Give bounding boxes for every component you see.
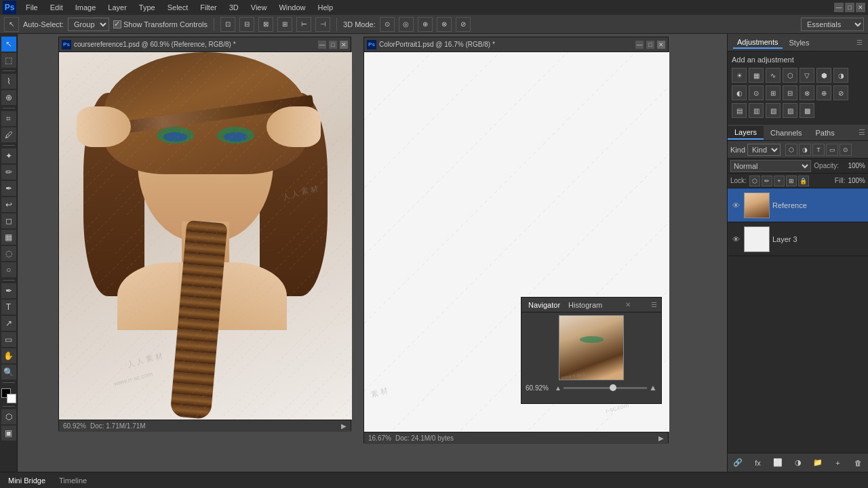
eraser-tool-button[interactable]: ◻ bbox=[1, 214, 16, 228]
3d-mode-icon-3[interactable]: ⊕ bbox=[418, 17, 433, 32]
layer-item-reference[interactable]: 👁 Reference bbox=[728, 188, 868, 222]
navigator-tab[interactable]: Navigator bbox=[526, 300, 563, 310]
menu-image[interactable]: Image bbox=[70, 2, 102, 13]
adj-gradient-map-icon[interactable]: ▤ bbox=[732, 103, 747, 118]
layer-eye-reference[interactable]: 👁 bbox=[730, 200, 741, 211]
delete-layer-icon[interactable]: 🗑 bbox=[852, 457, 864, 469]
layers-menu-icon[interactable]: ☰ bbox=[856, 128, 868, 137]
filter-type-icon[interactable]: T bbox=[812, 144, 825, 156]
dodge-tool-button[interactable]: ○ bbox=[1, 262, 16, 277]
layers-tab[interactable]: Layers bbox=[728, 126, 764, 140]
adj-color-lookup-icon[interactable]: ⊟ bbox=[783, 85, 797, 100]
add-fx-icon[interactable]: fx bbox=[752, 457, 764, 469]
align-hcenter-icon[interactable]: ⊢ bbox=[296, 17, 311, 32]
navigator-menu-icon[interactable]: ☰ bbox=[651, 301, 657, 308]
align-left-icon[interactable]: ⊞ bbox=[277, 17, 292, 32]
adj-selective-color-icon[interactable]: ▥ bbox=[749, 103, 764, 118]
lasso-tool-button[interactable]: ⌇ bbox=[1, 74, 16, 89]
layer-eye-3[interactable]: 👁 bbox=[730, 234, 741, 245]
menu-edit[interactable]: Edit bbox=[45, 2, 68, 13]
menu-type[interactable]: Type bbox=[134, 2, 161, 13]
nav-zoom-thumb[interactable] bbox=[610, 384, 616, 391]
styles-tab[interactable]: Styles bbox=[785, 37, 814, 48]
navigator-close-icon[interactable]: ✕ bbox=[625, 301, 631, 308]
link-layers-icon[interactable]: 🔗 bbox=[732, 457, 744, 469]
crop-tool-button[interactable]: ⌗ bbox=[1, 111, 16, 126]
histogram-tab[interactable]: Histogram bbox=[566, 300, 605, 310]
workspace-dropdown[interactable]: Essentials Photography Painting bbox=[801, 18, 864, 31]
quick-select-button[interactable]: ⊕ bbox=[1, 90, 16, 105]
menu-filter[interactable]: Filter bbox=[195, 2, 222, 13]
adj-match-icon[interactable]: ▩ bbox=[800, 103, 814, 118]
quick-mask-button[interactable]: ⬡ bbox=[1, 409, 16, 424]
gradient-tool-button[interactable]: ▦ bbox=[1, 230, 16, 245]
transform-controls-checkbox[interactable]: ✓ bbox=[113, 20, 121, 28]
app-close-button[interactable]: ✕ bbox=[856, 3, 865, 12]
adj-channel-mixer-icon[interactable]: ⊞ bbox=[766, 85, 781, 100]
menu-3d[interactable]: 3D bbox=[224, 2, 244, 13]
adj-hsl-icon[interactable]: ⬢ bbox=[816, 68, 831, 83]
marquee-tool-button[interactable]: ⬚ bbox=[1, 53, 16, 68]
menu-window[interactable]: Window bbox=[273, 2, 311, 13]
doc1-canvas[interactable]: 人 人 素 材 www.rr-sc.com 人 人 素 材 bbox=[59, 52, 352, 420]
shape-tool-button[interactable]: ▭ bbox=[1, 332, 16, 347]
adj-curves-icon[interactable]: ∿ bbox=[766, 68, 781, 83]
auto-select-dropdown[interactable]: Group Layer bbox=[68, 18, 109, 31]
history-brush-button[interactable]: ↩ bbox=[1, 197, 16, 212]
pen-tool-button[interactable]: ✒ bbox=[1, 283, 16, 298]
3d-mode-icon-5[interactable]: ⊘ bbox=[456, 17, 471, 32]
kind-dropdown[interactable]: Kind bbox=[747, 144, 781, 156]
add-group-icon[interactable]: 📁 bbox=[812, 457, 824, 469]
doc2-play-icon[interactable]: ▶ bbox=[658, 434, 664, 442]
menu-help[interactable]: Help bbox=[313, 2, 339, 13]
app-maximize-button[interactable]: □ bbox=[845, 3, 854, 12]
lock-transparent-icon[interactable]: ⬡ bbox=[749, 176, 760, 186]
lock-all-icon[interactable]: 🔒 bbox=[798, 176, 809, 186]
doc2-minimize-button[interactable]: — bbox=[635, 41, 644, 49]
color-boxes[interactable] bbox=[1, 388, 16, 403]
eyedropper-tool-button[interactable]: 🖊 bbox=[1, 127, 16, 142]
channels-tab[interactable]: Channels bbox=[764, 127, 808, 139]
type-tool-button[interactable]: T bbox=[1, 300, 16, 314]
clone-stamp-button[interactable]: ✒ bbox=[1, 181, 16, 196]
app-minimize-button[interactable]: — bbox=[834, 3, 844, 12]
opacity-value[interactable]: 100% bbox=[842, 162, 865, 169]
menu-view[interactable]: View bbox=[245, 2, 273, 13]
nav-zoom-slider[interactable] bbox=[564, 387, 647, 389]
doc1-play-icon[interactable]: ▶ bbox=[341, 422, 347, 430]
move-tool-button[interactable]: ↖ bbox=[1, 37, 16, 52]
panel-expand-icon[interactable]: ☰ bbox=[856, 39, 863, 46]
fill-value[interactable]: 100% bbox=[848, 177, 865, 184]
adj-colorbalance-icon[interactable]: ◑ bbox=[833, 68, 848, 83]
3d-mode-icon-2[interactable]: ◎ bbox=[399, 17, 414, 32]
adj-threshold-icon[interactable]: ⊘ bbox=[833, 85, 848, 100]
lock-pixels-icon[interactable]: ✏ bbox=[762, 176, 772, 186]
adjustments-tab[interactable]: Adjustments bbox=[733, 37, 783, 49]
menu-select[interactable]: Select bbox=[162, 2, 194, 13]
move-tool-icon[interactable]: ↖ bbox=[4, 17, 19, 32]
doc1-maximize-button[interactable]: □ bbox=[329, 41, 337, 49]
lock-artboard-icon[interactable]: ⊞ bbox=[786, 176, 797, 186]
align-right-icon[interactable]: ⊣ bbox=[315, 17, 330, 32]
align-bottom-icon[interactable]: ⊠ bbox=[258, 17, 273, 32]
align-top-icon[interactable]: ⊡ bbox=[220, 17, 235, 32]
adj-photo-filter-icon[interactable]: ⊙ bbox=[749, 85, 764, 100]
adj-posterize-icon[interactable]: ⊕ bbox=[816, 85, 831, 100]
doc2-close-button[interactable]: ✕ bbox=[657, 41, 665, 49]
screen-mode-button[interactable]: ▣ bbox=[1, 426, 16, 441]
doc1-close-button[interactable]: ✕ bbox=[340, 41, 348, 49]
menu-file[interactable]: File bbox=[20, 2, 43, 13]
timeline-tab[interactable]: Timeline bbox=[56, 475, 90, 486]
add-adj-layer-icon[interactable]: ◑ bbox=[792, 457, 804, 469]
path-select-button[interactable]: ↗ bbox=[1, 316, 16, 331]
brush-tool-button[interactable]: ✏ bbox=[1, 165, 16, 180]
filter-pixel-icon[interactable]: ⬡ bbox=[785, 144, 797, 156]
healing-brush-button[interactable]: ✦ bbox=[1, 148, 16, 163]
adj-vibrance-icon[interactable]: ▽ bbox=[800, 68, 814, 83]
add-mask-icon[interactable]: ⬜ bbox=[772, 457, 784, 469]
adj-brightness-icon[interactable]: ☀ bbox=[732, 68, 747, 83]
zoom-tool-button[interactable]: 🔍 bbox=[1, 365, 16, 380]
adj-bw-icon[interactable]: ◐ bbox=[732, 85, 747, 100]
hand-tool-button[interactable]: ✋ bbox=[1, 348, 16, 363]
filter-shape-icon[interactable]: ▭ bbox=[826, 144, 838, 156]
